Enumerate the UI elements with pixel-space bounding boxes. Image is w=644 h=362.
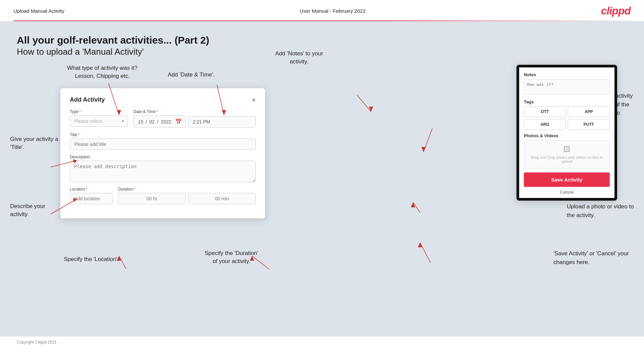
title-input[interactable]	[70, 139, 256, 150]
manual-title: User Manual - February 2022	[300, 8, 365, 14]
main-content: All your golf-relevant activities... (Pa…	[0, 21, 644, 337]
duration-label: Duration*	[118, 187, 256, 192]
photo-drop-text: Drag and Drop photos and videos or click…	[527, 155, 607, 163]
tag-ott[interactable]: OTT	[524, 106, 566, 117]
time-input[interactable]	[188, 116, 256, 127]
svg-line-16	[413, 202, 420, 212]
panel-inner: Notes Tags OTT APP ARG PUTT Photos & Vid…	[519, 67, 614, 198]
duration-group: Duration*	[118, 187, 256, 204]
anno-notes: Add 'Notes' to your activity.	[275, 50, 323, 66]
date-year-input[interactable]	[160, 119, 172, 124]
type-datetime-row: Type* Please select ▾ Date & Time* /	[70, 109, 256, 128]
svg-line-12	[357, 95, 371, 112]
logo: clippd	[601, 5, 631, 17]
date-input-wrap[interactable]: / / 📅	[133, 115, 186, 128]
type-select-wrap: Please select ▾	[70, 115, 128, 127]
description-label: Description	[70, 155, 256, 159]
anno-upload: Upload a photo or video to the activity.	[567, 202, 637, 219]
photo-icon: 🖼	[527, 145, 607, 154]
anno-what-type: What type of activity was it? Lesson, Ch…	[67, 64, 138, 80]
cancel-link[interactable]: Cancel	[524, 190, 610, 195]
location-input[interactable]	[70, 193, 113, 204]
add-activity-modal: Add Activity × Type* Please select ▾ Dat…	[60, 88, 265, 218]
tags-label: Tags	[524, 99, 610, 104]
anno-give-title: Give your activity a 'Title'.	[10, 135, 58, 151]
svg-marker-13	[369, 107, 373, 112]
modal-header: Add Activity ×	[70, 96, 256, 103]
svg-marker-15	[422, 147, 426, 152]
photo-drop-zone[interactable]: 🖼 Drag and Drop photos and videos or cli…	[524, 140, 610, 168]
copyright-text: Copyright Clippd 2021	[17, 340, 57, 345]
title-label: Title*	[70, 133, 256, 137]
location-duration-row: Location* Duration*	[70, 187, 256, 204]
description-group: Description	[70, 155, 256, 182]
type-label: Type*	[70, 109, 128, 114]
datetime-inputs: / / 📅	[133, 115, 256, 128]
anno-describe: Describe your activity.	[10, 202, 45, 218]
svg-marker-19	[418, 243, 422, 247]
heading-bold: All your golf-relevant activities... (Pa…	[17, 35, 627, 46]
anno-date: Add 'Date & Time'.	[168, 71, 215, 78]
duration-wrap	[118, 193, 256, 204]
duration-hr-input[interactable]	[118, 193, 186, 204]
anno-save: 'Save Activity' or 'Cancel' your changes…	[553, 249, 637, 266]
svg-line-18	[420, 243, 431, 263]
type-select[interactable]: Please select	[70, 115, 128, 127]
location-group: Location*	[70, 187, 113, 204]
notes-section-title: Notes	[524, 72, 610, 77]
photos-section: Photos & Videos 🖼 Drag and Drop photos a…	[524, 133, 610, 168]
footer: Copyright Clippd 2021	[0, 337, 644, 348]
svg-line-8	[119, 256, 126, 269]
modal-title: Add Activity	[70, 96, 105, 103]
datetime-label: Date & Time*	[133, 109, 256, 114]
svg-marker-17	[411, 202, 415, 207]
svg-line-14	[424, 128, 432, 152]
anno-location: Specify the 'Location'.	[64, 256, 119, 263]
description-textarea[interactable]	[70, 161, 256, 182]
modal-close-button[interactable]: ×	[252, 97, 256, 103]
type-group: Type* Please select ▾	[70, 109, 128, 128]
datetime-group: Date & Time* / / 📅	[133, 109, 256, 128]
date-sep-2: /	[157, 119, 158, 124]
tag-app[interactable]: APP	[568, 106, 610, 117]
date-month-input[interactable]	[148, 119, 156, 124]
top-bar: Upload Manual Activity User Manual - Feb…	[0, 0, 644, 20]
calendar-icon: 📅	[175, 118, 182, 125]
title-group: Title*	[70, 133, 256, 150]
date-day-input[interactable]	[137, 119, 144, 124]
phone-panel: Notes Tags OTT APP ARG PUTT Photos & Vid…	[516, 65, 617, 201]
page-title: Upload Manual Activity	[13, 8, 64, 14]
tags-section: Tags OTT APP ARG PUTT	[524, 99, 610, 130]
anno-duration: Specify the 'Duration' of your activity.	[205, 249, 258, 265]
tags-grid: OTT APP ARG PUTT	[524, 106, 610, 130]
tag-arg[interactable]: ARG	[524, 119, 566, 130]
save-activity-button[interactable]: Save Activity	[524, 172, 610, 187]
tag-putt[interactable]: PUTT	[568, 119, 610, 130]
date-sep-1: /	[146, 119, 147, 124]
duration-min-input[interactable]	[188, 193, 256, 204]
photos-label: Photos & Videos	[524, 133, 610, 138]
location-label: Location*	[70, 187, 113, 192]
notes-textarea[interactable]	[524, 79, 610, 95]
